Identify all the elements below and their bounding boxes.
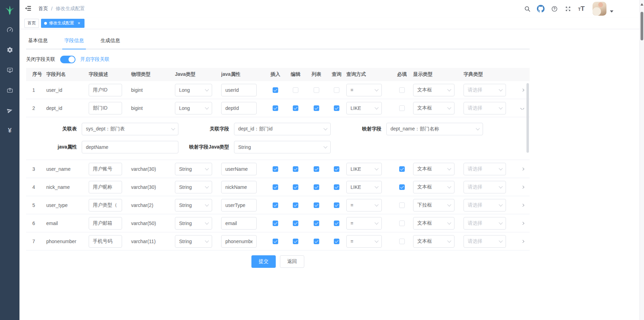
- query-checkbox[interactable]: [334, 166, 339, 172]
- breadcrumb-home[interactable]: 首页: [38, 6, 48, 12]
- java-field-input[interactable]: [221, 102, 257, 114]
- required-checkbox[interactable]: [399, 221, 405, 226]
- help-icon[interactable]: [550, 5, 558, 13]
- java-type-select[interactable]: Long: [175, 84, 212, 96]
- display-type-select[interactable]: 文本框: [413, 181, 454, 193]
- list-checkbox[interactable]: [314, 221, 319, 226]
- java-field-input[interactable]: [221, 84, 257, 96]
- display-type-select[interactable]: 文本框: [413, 217, 454, 230]
- display-type-select[interactable]: 文本框: [413, 163, 454, 175]
- assoc-field-select[interactable]: dept_id：部门id: [234, 123, 331, 135]
- sidebar-fold-icon[interactable]: [24, 5, 33, 13]
- edit-checkbox[interactable]: [293, 105, 298, 111]
- display-type-select[interactable]: 下拉框: [413, 199, 454, 211]
- display-type-select[interactable]: 文本框: [413, 102, 454, 114]
- required-checkbox[interactable]: [399, 87, 405, 93]
- submit-button[interactable]: 提交: [251, 255, 276, 268]
- java-type-select[interactable]: String: [175, 163, 212, 175]
- insert-checkbox[interactable]: [273, 221, 278, 226]
- list-checkbox[interactable]: [314, 87, 319, 93]
- expand-row-button[interactable]: [515, 240, 530, 243]
- github-icon[interactable]: [537, 5, 545, 13]
- required-checkbox[interactable]: [399, 105, 405, 111]
- page-scrollbar[interactable]: [639, 0, 644, 320]
- dict-type-select[interactable]: 请选择: [464, 217, 506, 230]
- edit-checkbox[interactable]: [293, 166, 298, 172]
- insert-checkbox[interactable]: [273, 166, 278, 172]
- query-type-select[interactable]: =: [346, 84, 382, 96]
- required-checkbox[interactable]: [399, 239, 405, 244]
- tab-gen[interactable]: 生成信息: [98, 36, 122, 49]
- edit-checkbox[interactable]: [293, 239, 298, 244]
- required-checkbox[interactable]: [399, 184, 405, 190]
- java-type-select[interactable]: String: [175, 199, 212, 211]
- java-field-input[interactable]: [221, 163, 257, 175]
- dict-type-select[interactable]: 请选择: [464, 102, 506, 114]
- sidebar-item-monitor[interactable]: [0, 60, 19, 80]
- assoc-table-select[interactable]: sys_dept：部门表: [82, 123, 178, 135]
- tab-columns[interactable]: 字段信息: [62, 36, 86, 49]
- app-logo[interactable]: [0, 0, 19, 19]
- required-checkbox[interactable]: [399, 202, 405, 208]
- column-comment-input[interactable]: [89, 102, 122, 114]
- java-field-input[interactable]: [221, 217, 257, 230]
- tab-basic[interactable]: 基本信息: [26, 36, 50, 49]
- expand-row-button[interactable]: [515, 222, 530, 225]
- search-icon[interactable]: [523, 5, 531, 13]
- query-checkbox[interactable]: [334, 105, 339, 111]
- insert-checkbox[interactable]: [273, 202, 278, 208]
- list-checkbox[interactable]: [314, 184, 319, 190]
- column-comment-input[interactable]: [89, 199, 122, 211]
- query-type-select[interactable]: LIKE: [346, 102, 382, 114]
- query-type-select[interactable]: LIKE: [346, 181, 382, 193]
- fullscreen-icon[interactable]: [564, 5, 572, 13]
- edit-checkbox[interactable]: [293, 221, 298, 226]
- sidebar-item-dashboard[interactable]: [0, 19, 19, 40]
- required-checkbox[interactable]: [399, 166, 405, 172]
- field-association-toggle[interactable]: [60, 56, 75, 63]
- insert-checkbox[interactable]: [273, 184, 278, 190]
- query-checkbox[interactable]: [334, 87, 339, 93]
- query-checkbox[interactable]: [334, 184, 339, 190]
- query-checkbox[interactable]: [334, 221, 339, 226]
- list-checkbox[interactable]: [314, 105, 319, 111]
- java-attr-input[interactable]: [82, 141, 178, 153]
- query-checkbox[interactable]: [334, 202, 339, 208]
- display-type-select[interactable]: 文本框: [413, 84, 454, 96]
- java-field-input[interactable]: [221, 181, 257, 193]
- sidebar-item-money[interactable]: ¥: [0, 120, 19, 141]
- sidebar-item-tool[interactable]: [0, 80, 19, 100]
- query-type-select[interactable]: =: [346, 235, 382, 248]
- dict-type-select[interactable]: 请选择: [464, 84, 506, 96]
- scroll-up-arrow-icon[interactable]: [641, 3, 643, 6]
- tag-gen-edit[interactable]: 修改生成配置×: [41, 19, 84, 28]
- column-comment-input[interactable]: [89, 181, 122, 193]
- query-type-select[interactable]: =: [346, 217, 382, 230]
- font-size-icon[interactable]: TT: [578, 5, 585, 13]
- column-comment-input[interactable]: [89, 163, 122, 175]
- java-type-select[interactable]: String: [175, 217, 212, 230]
- java-field-input[interactable]: [221, 235, 257, 248]
- dict-type-select[interactable]: 请选择: [464, 163, 506, 175]
- dict-type-select[interactable]: 请选择: [464, 181, 506, 193]
- java-type-select[interactable]: String: [175, 181, 212, 193]
- query-type-select[interactable]: =: [346, 199, 382, 211]
- java-type-select[interactable]: String: [175, 235, 212, 248]
- map-field-select[interactable]: dept_name：部门名称: [386, 123, 483, 135]
- edit-checkbox[interactable]: [293, 202, 298, 208]
- close-icon[interactable]: ×: [77, 21, 81, 26]
- insert-checkbox[interactable]: [273, 87, 278, 93]
- back-button[interactable]: 返回: [280, 255, 304, 268]
- list-checkbox[interactable]: [314, 166, 319, 172]
- list-checkbox[interactable]: [314, 202, 319, 208]
- dict-type-select[interactable]: 请选择: [464, 199, 506, 211]
- tag-home[interactable]: 首页: [24, 19, 39, 28]
- java-type-select[interactable]: Long: [175, 102, 212, 114]
- table-scrollbar-thumb[interactable]: [526, 83, 529, 153]
- insert-checkbox[interactable]: [273, 105, 278, 111]
- column-comment-input[interactable]: [89, 235, 122, 248]
- map-java-type-select[interactable]: String: [234, 141, 331, 153]
- expand-row-button[interactable]: [515, 186, 530, 189]
- expand-row-button[interactable]: [515, 168, 530, 170]
- list-checkbox[interactable]: [314, 239, 319, 244]
